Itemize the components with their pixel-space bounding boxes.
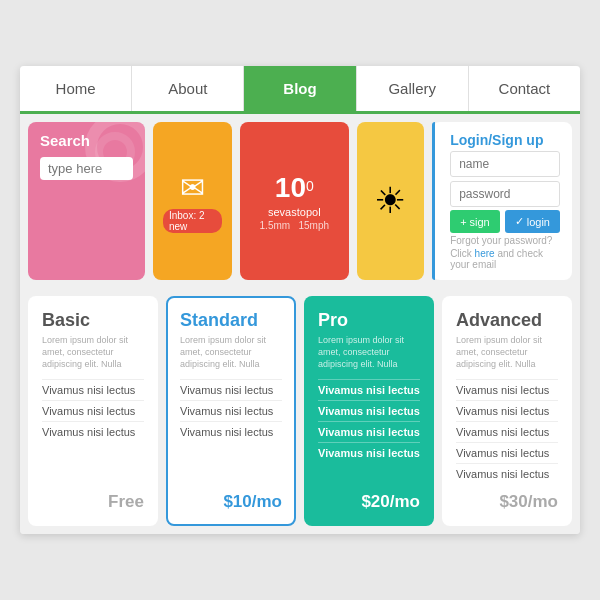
basic-feature-1: Vivamus nisi lectus [42,379,144,400]
advanced-desc: Lorem ipsum dolor sit amet, consectetur … [456,335,558,370]
widgets-row: Search 🔍 ✉ Inbox: 2 new 100 sevastopol 1… [20,114,580,288]
advanced-feature-5: Vivamus nisi lectus [456,463,558,484]
basic-price: Free [42,484,144,512]
search-widget: Search 🔍 [28,122,145,280]
login-widget: Login/Sign up + sign ✓ login Forgot your… [432,122,572,280]
standard-price: $10/mo [180,484,282,512]
standard-title: Standard [180,310,282,331]
standard-desc: Lorem ipsum dolor sit amet, consectetur … [180,335,282,370]
pro-feature-3: Vivamus nisi lectus [318,421,420,442]
advanced-feature-4: Vivamus nisi lectus [456,442,558,463]
plus-icon: + [460,216,466,228]
login-title: Login/Sign up [450,132,560,148]
weather-city: sevastopol [268,206,321,218]
name-input[interactable] [450,151,560,177]
login-button[interactable]: ✓ login [505,210,560,233]
password-input[interactable] [450,181,560,207]
check-icon: ✓ [515,215,524,228]
login-left-bar [432,122,435,280]
weather-widget: 100 sevastopol 1.5mm 15mph [240,122,348,280]
nav-gallery[interactable]: Gallery [357,66,469,111]
pro-desc: Lorem ipsum dolor sit amet, consectetur … [318,335,420,370]
mail-icon: ✉ [180,170,205,205]
login-buttons: + sign ✓ login [450,210,560,233]
advanced-title: Advanced [456,310,558,331]
standard-feature-3: Vivamus nisi lectus [180,421,282,442]
sign-button[interactable]: + sign [450,210,500,233]
sun-icon: ☀ [374,180,406,222]
weather-details: 1.5mm 15mph [260,220,329,231]
basic-title: Basic [42,310,144,331]
pricing-pro: Pro Lorem ipsum dolor sit amet, consecte… [304,296,434,525]
nav-contact[interactable]: Contact [469,66,580,111]
pricing-standard: Standard Lorem ipsum dolor sit amet, con… [166,296,296,525]
nav-blog[interactable]: Blog [244,66,356,111]
basic-feature-3: Vivamus nisi lectus [42,421,144,442]
pro-feature-4: Vivamus nisi lectus [318,442,420,463]
pro-feature-2: Vivamus nisi lectus [318,400,420,421]
mail-badge: Inbox: 2 new [163,209,222,233]
advanced-feature-3: Vivamus nisi lectus [456,421,558,442]
nav-home[interactable]: Home [20,66,132,111]
pro-feature-1: Vivamus nisi lectus [318,379,420,400]
ui-container: Home About Blog Gallery Contact Search 🔍… [20,66,580,533]
advanced-feature-2: Vivamus nisi lectus [456,400,558,421]
basic-desc: Lorem ipsum dolor sit amet, consectetur … [42,335,144,370]
check-email-text: Click here and check your email [450,248,560,270]
standard-feature-2: Vivamus nisi lectus [180,400,282,421]
forgot-password-text: Forgot your password? [450,235,560,246]
pro-title: Pro [318,310,420,331]
pricing-advanced: Advanced Lorem ipsum dolor sit amet, con… [442,296,572,525]
advanced-feature-1: Vivamus nisi lectus [456,379,558,400]
basic-feature-2: Vivamus nisi lectus [42,400,144,421]
standard-feature-1: Vivamus nisi lectus [180,379,282,400]
weather-temp: 100 [275,172,314,204]
pricing-row: Basic Lorem ipsum dolor sit amet, consec… [20,288,580,533]
pricing-basic: Basic Lorem ipsum dolor sit amet, consec… [28,296,158,525]
nav-bar: Home About Blog Gallery Contact [20,66,580,114]
sun-widget: ☀ [357,122,425,280]
pro-price: $20/mo [318,484,420,512]
mail-widget[interactable]: ✉ Inbox: 2 new [153,122,232,280]
here-link[interactable]: here [475,248,495,259]
nav-about[interactable]: About [132,66,244,111]
advanced-price: $30/mo [456,484,558,512]
